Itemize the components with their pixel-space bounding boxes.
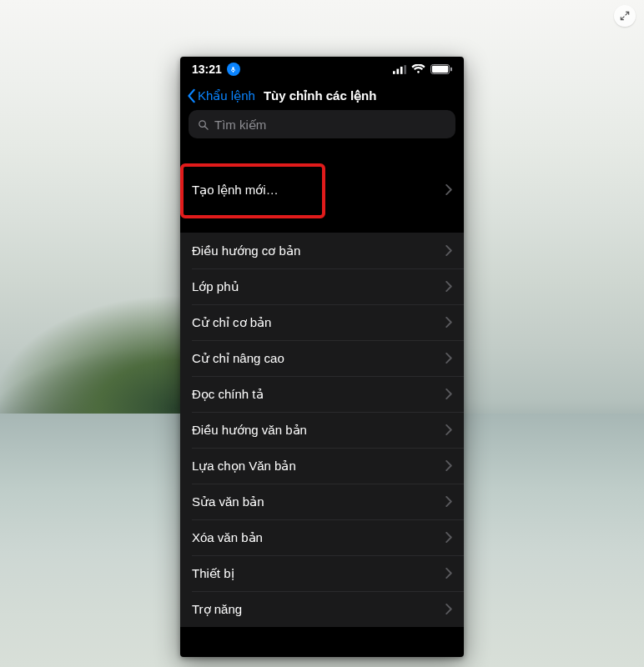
chevron-right-icon: [445, 496, 452, 507]
search-field[interactable]: [189, 110, 455, 138]
row-label: Tạo lệnh mới…: [192, 183, 279, 198]
chevron-right-icon: [445, 281, 452, 292]
search-icon: [197, 118, 209, 131]
row-create-command[interactable]: Tạo lệnh mới…: [180, 172, 464, 208]
page-title: Tùy chỉnh các lệnh: [264, 88, 377, 103]
svg-rect-2: [400, 66, 403, 73]
chevron-right-icon: [445, 389, 452, 399]
mic-icon: [229, 66, 237, 73]
wifi-icon: [411, 64, 425, 74]
row-label: Trợ năng: [192, 602, 242, 617]
row-device[interactable]: Thiết bị: [180, 555, 464, 591]
back-button[interactable]: Khẩu lệnh: [187, 88, 255, 103]
section-gap: [180, 147, 464, 172]
svg-rect-6: [450, 68, 452, 72]
row-label: Sửa văn bản: [192, 494, 264, 509]
svg-point-7: [199, 120, 206, 127]
svg-rect-0: [393, 71, 395, 74]
row-label: Cử chỉ nâng cao: [192, 351, 284, 366]
row-label: Cử chỉ cơ bản: [192, 315, 271, 330]
mic-badge: [227, 63, 240, 76]
search-input[interactable]: [214, 118, 447, 132]
chevron-right-icon: [445, 245, 452, 256]
status-bar: 13:21: [180, 57, 464, 82]
chevron-right-icon: [445, 604, 452, 614]
row-text-navigation[interactable]: Điều hướng văn bản: [180, 412, 464, 448]
chevron-right-icon: [445, 568, 452, 579]
nav-bar: Khẩu lệnh Tùy chỉnh các lệnh: [180, 82, 464, 110]
row-dictation[interactable]: Đọc chính tả: [180, 376, 464, 412]
row-label: Điều hướng cơ bản: [192, 243, 300, 258]
chevron-right-icon: [445, 184, 452, 195]
row-text-editing[interactable]: Sửa văn bản: [180, 484, 464, 519]
svg-rect-1: [396, 68, 399, 73]
search-container: [180, 110, 464, 147]
row-label: Lựa chọn Văn bản: [192, 459, 296, 474]
expand-button[interactable]: [614, 5, 636, 27]
row-label: Lớp phủ: [192, 279, 239, 294]
chevron-right-icon: [445, 353, 452, 364]
cellular-icon: [393, 65, 406, 74]
row-label: Điều hướng văn bản: [192, 423, 307, 438]
chevron-right-icon: [445, 317, 452, 328]
chevron-left-icon: [187, 88, 197, 103]
back-label: Khẩu lệnh: [198, 88, 255, 103]
battery-icon: [430, 64, 452, 74]
status-right: [393, 64, 452, 74]
row-accessibility[interactable]: Trợ năng: [180, 591, 464, 627]
row-basic-gestures[interactable]: Cử chỉ cơ bản: [180, 304, 464, 340]
row-basic-navigation[interactable]: Điều hướng cơ bản: [180, 233, 464, 268]
settings-list: Tạo lệnh mới… Điều hướng cơ bản Lớp phủ …: [180, 147, 464, 627]
phone-frame: 13:21 Khẩu lệnh Tùy chỉnh các lệnh: [180, 57, 464, 657]
row-label: Thiết bị: [192, 566, 234, 581]
row-overlay[interactable]: Lớp phủ: [180, 268, 464, 304]
svg-rect-3: [404, 65, 406, 74]
row-label: Xóa văn bản: [192, 530, 263, 545]
row-label: Đọc chính tả: [192, 387, 264, 402]
status-left: 13:21: [192, 63, 240, 76]
chevron-right-icon: [445, 532, 452, 543]
row-text-selection[interactable]: Lựa chọn Văn bản: [180, 448, 464, 484]
chevron-right-icon: [445, 424, 452, 435]
chevron-right-icon: [445, 460, 452, 471]
row-advanced-gestures[interactable]: Cử chỉ nâng cao: [180, 340, 464, 376]
svg-line-8: [205, 126, 208, 128]
section-gap: [180, 208, 464, 233]
row-delete-text[interactable]: Xóa văn bản: [180, 519, 464, 555]
svg-rect-5: [432, 66, 448, 73]
expand-icon: [619, 10, 631, 22]
status-time: 13:21: [192, 63, 222, 76]
